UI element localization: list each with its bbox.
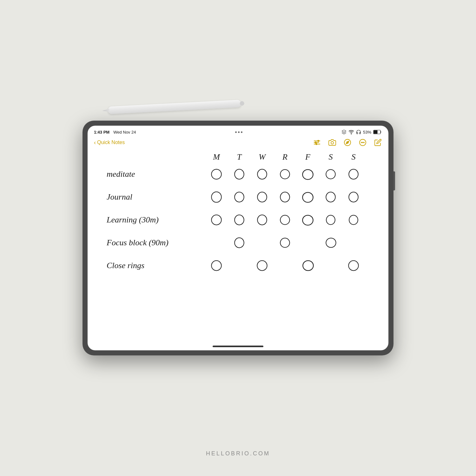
hand-drawn-circle[interactable] — [301, 167, 315, 182]
hand-drawn-circle[interactable] — [255, 213, 269, 227]
svg-point-32 — [349, 192, 358, 202]
new-note-icon[interactable] — [374, 138, 382, 147]
circle-cell — [274, 213, 296, 227]
circle-cell — [228, 213, 251, 227]
circle-cell — [205, 167, 228, 182]
camera-icon[interactable] — [328, 138, 336, 147]
hand-drawn-circle[interactable] — [323, 213, 338, 227]
habit-label-focus-block: Focus block (90m) — [107, 238, 205, 248]
hand-drawn-circle[interactable] — [232, 235, 247, 250]
svg-point-18 — [364, 142, 364, 143]
hand-drawn-circle[interactable] — [209, 190, 224, 204]
filter-icon[interactable] — [313, 138, 321, 147]
back-button[interactable]: ‹ Quick Notes — [94, 139, 125, 146]
hand-drawn-circle[interactable] — [346, 258, 361, 273]
hand-drawn-circle[interactable] — [209, 213, 224, 227]
svg-point-39 — [349, 215, 358, 224]
circle-cell — [296, 258, 319, 273]
hand-drawn-circle[interactable] — [346, 167, 361, 182]
hand-drawn-circle[interactable] — [346, 190, 361, 204]
habit-row-meditate: meditate — [107, 164, 379, 184]
watermark: HELLOBRIO.COM — [206, 450, 270, 457]
habit-row-focus-block: Focus block (90m) — [107, 233, 379, 253]
hand-drawn-circle[interactable] — [209, 258, 224, 273]
dot-3 — [241, 131, 242, 133]
hand-drawn-circle[interactable] — [209, 167, 224, 182]
circle-cell — [342, 258, 365, 273]
svg-point-40 — [235, 238, 244, 248]
circle-cell — [319, 190, 342, 204]
day-header-W: W — [251, 152, 274, 162]
hand-drawn-circle[interactable] — [255, 190, 269, 204]
svg-point-20 — [235, 169, 244, 179]
home-indicator — [88, 343, 388, 350]
hand-drawn-circle[interactable] — [278, 190, 292, 204]
hand-drawn-circle[interactable] — [323, 235, 338, 250]
day-header-R: R — [274, 152, 296, 162]
habit-circles-journal — [205, 190, 365, 204]
circle-cell — [205, 190, 228, 204]
hand-drawn-circle[interactable] — [278, 235, 292, 250]
pencil-tip — [102, 109, 109, 112]
habit-circles-meditate — [205, 167, 365, 182]
habit-label-learning: Learning (30m) — [107, 215, 205, 225]
svg-point-25 — [349, 169, 358, 179]
circle-cell — [205, 258, 228, 273]
svg-point-27 — [235, 192, 244, 202]
hand-drawn-circle[interactable] — [232, 167, 247, 182]
hand-drawn-circle[interactable] — [232, 190, 247, 204]
habit-label-meditate: meditate — [107, 169, 205, 179]
status-time: 1:43 PM — [94, 130, 109, 135]
circle-cell — [319, 235, 342, 250]
hand-drawn-circle[interactable] — [323, 167, 338, 182]
dot-2 — [238, 131, 240, 133]
circle-cell — [274, 167, 296, 182]
svg-point-12 — [331, 142, 334, 144]
status-right: 53% — [341, 129, 382, 135]
hand-drawn-circle[interactable] — [232, 213, 247, 227]
svg-point-19 — [211, 169, 221, 179]
day-header-T: T — [228, 152, 251, 162]
svg-point-21 — [257, 169, 267, 179]
circle-cell — [228, 190, 251, 204]
circle-cell — [342, 213, 365, 227]
status-center-dots — [235, 131, 242, 133]
signal-icon — [341, 129, 347, 135]
tablet-frame: 1:43 PM Wed Nov 24 — [83, 121, 393, 355]
habit-row-learning: Learning (30m) — [107, 210, 379, 230]
circle-cell — [251, 213, 274, 227]
more-icon[interactable] — [359, 138, 367, 147]
tablet-screen: 1:43 PM Wed Nov 24 — [88, 126, 388, 350]
svg-point-6 — [318, 140, 319, 142]
side-button — [393, 171, 395, 190]
svg-point-0 — [351, 134, 352, 134]
home-bar — [213, 346, 263, 347]
hand-drawn-circle[interactable] — [301, 213, 315, 227]
svg-point-23 — [302, 169, 313, 179]
circle-cell — [274, 190, 296, 204]
hand-drawn-circle[interactable] — [255, 258, 269, 273]
hand-drawn-circle[interactable] — [323, 190, 338, 204]
hand-drawn-circle[interactable] — [346, 213, 361, 227]
share-icon[interactable] — [343, 138, 352, 147]
battery-percent: 53% — [363, 130, 371, 135]
hand-drawn-circle[interactable] — [278, 213, 292, 227]
svg-point-31 — [326, 192, 335, 202]
svg-rect-2 — [374, 130, 377, 134]
battery-icon — [373, 130, 382, 134]
day-header-F: F — [296, 152, 319, 162]
circle-cell — [228, 235, 251, 250]
day-header-M: M — [205, 152, 228, 162]
toolbar: ‹ Quick Notes — [88, 137, 388, 149]
dot-1 — [235, 131, 237, 133]
tablet-wrapper: 1:43 PM Wed Nov 24 — [83, 121, 393, 355]
hand-drawn-circle[interactable] — [278, 167, 292, 182]
hand-drawn-circle[interactable] — [255, 167, 269, 182]
hand-drawn-circle[interactable] — [301, 258, 315, 273]
habit-label-journal: Journal — [107, 192, 205, 202]
svg-point-45 — [303, 261, 313, 270]
svg-point-42 — [326, 238, 336, 247]
circle-cell — [274, 235, 296, 250]
hand-drawn-circle[interactable] — [301, 190, 315, 204]
circle-cell — [205, 213, 228, 227]
